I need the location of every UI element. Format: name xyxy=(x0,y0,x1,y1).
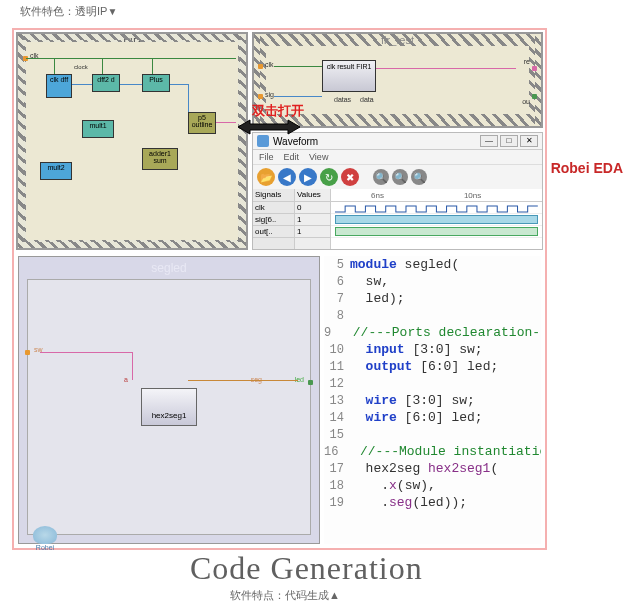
block-mult2[interactable]: mult2 xyxy=(40,162,72,180)
code-text: sw, xyxy=(350,274,389,289)
brand-label: Robei EDA xyxy=(551,160,623,176)
waveform-out xyxy=(331,226,542,238)
stop-button[interactable]: ✖ xyxy=(341,168,359,186)
menu-edit[interactable]: Edit xyxy=(284,152,300,162)
waveform-grid[interactable]: Signals clk sig[6.. out[.. Values 0 1 1 … xyxy=(253,189,542,249)
maximize-button[interactable]: □ xyxy=(500,135,518,147)
code-text: //---Module instantiation--- xyxy=(344,444,541,459)
segled-canvas[interactable]: sw a hex2seg1 seg led xyxy=(27,279,311,535)
port-dot[interactable] xyxy=(25,350,30,355)
line-number: 10 xyxy=(324,343,350,357)
fir-canvas[interactable]: clk clk dff clock dff2 d Plus mult1 mult… xyxy=(26,42,238,240)
code-text: wire [3:0] sw; xyxy=(350,393,475,408)
code-line[interactable]: 7 led); xyxy=(324,290,541,307)
port-dot[interactable] xyxy=(532,66,537,71)
port-a: a xyxy=(124,376,128,383)
block-p5[interactable]: p5 outline xyxy=(188,112,216,134)
code-line[interactable]: 17 hex2seg hex2seg1( xyxy=(324,460,541,477)
code-line[interactable]: 15 xyxy=(324,426,541,443)
block-fir1[interactable]: clk result FIR1 xyxy=(322,60,376,92)
port-dot[interactable] xyxy=(258,64,263,69)
code-line[interactable]: 12 xyxy=(324,375,541,392)
port-data: data xyxy=(360,96,374,103)
bottom-feature-label: 软件特点：代码生成▲ xyxy=(230,588,340,603)
main-screenshot-area: FIR clk clk dff clock dff2 d Plus mult1 … xyxy=(12,28,547,550)
port-dot[interactable] xyxy=(532,94,537,99)
waveform-title: Waveform xyxy=(273,136,318,147)
wire xyxy=(26,58,236,59)
wire xyxy=(216,122,236,123)
fir-design-panel[interactable]: FIR clk clk dff clock dff2 d Plus mult1 … xyxy=(16,32,248,250)
signal-value: 1 xyxy=(295,214,330,226)
signal-value: 0 xyxy=(295,202,330,214)
waveform-clk xyxy=(331,202,542,214)
close-button[interactable]: ✕ xyxy=(520,135,538,147)
values-header: Values xyxy=(295,189,330,202)
open-button[interactable]: 📂 xyxy=(257,168,275,186)
line-number: 19 xyxy=(324,496,350,510)
code-line[interactable]: 6 sw, xyxy=(324,273,541,290)
block-adder1[interactable]: adder1 sum xyxy=(142,148,178,170)
block-clk-dff[interactable]: clk dff xyxy=(46,74,72,98)
port-datas: datas xyxy=(334,96,351,103)
block-hex2seg1[interactable]: hex2seg1 xyxy=(141,388,197,426)
line-number: 15 xyxy=(324,428,350,442)
zoom-fit-button[interactable]: 🔍 xyxy=(411,169,427,185)
block-plus[interactable]: Plus xyxy=(142,74,170,92)
signal-name[interactable]: sig[6.. xyxy=(253,214,294,226)
reload-button[interactable]: ↻ xyxy=(320,168,338,186)
waveform-window[interactable]: Waveform — □ ✕ File Edit View 📂 ◀ ▶ xyxy=(252,132,543,250)
code-text: .x(sw), xyxy=(350,478,436,493)
line-number: 18 xyxy=(324,479,350,493)
double-click-label: 双击打开 xyxy=(252,102,304,120)
code-line[interactable]: 5module segled( xyxy=(324,256,541,273)
signal-name[interactable]: clk xyxy=(253,202,294,214)
minimize-button[interactable]: — xyxy=(480,135,498,147)
menu-file[interactable]: File xyxy=(259,152,274,162)
code-line[interactable]: 14 wire [6:0] led; xyxy=(324,409,541,426)
clock-label: clock xyxy=(74,64,88,70)
code-text: led); xyxy=(350,291,405,306)
code-text: input [3:0] sw; xyxy=(350,342,483,357)
port-out: ou xyxy=(522,98,530,105)
fir-test-title: fir_test xyxy=(254,34,541,46)
wire xyxy=(152,58,153,74)
code-panel[interactable]: 5module segled(6 sw,7 led);89 //---Ports… xyxy=(324,256,541,544)
zoom-in-button[interactable]: 🔍 xyxy=(373,169,389,185)
wire xyxy=(132,352,133,380)
code-line[interactable]: 18 .x(sw), xyxy=(324,477,541,494)
line-number: 17 xyxy=(324,462,350,476)
port-sig: sig xyxy=(265,91,274,98)
code-line[interactable]: 8 xyxy=(324,307,541,324)
line-number: 6 xyxy=(324,275,350,289)
code-line[interactable]: 13 wire [3:0] sw; xyxy=(324,392,541,409)
wire xyxy=(274,96,322,97)
wire xyxy=(72,84,92,85)
signal-name[interactable]: out[.. xyxy=(253,226,294,238)
line-number: 13 xyxy=(324,394,350,408)
line-number: 11 xyxy=(324,360,350,374)
wire xyxy=(376,68,516,69)
zoom-out-button[interactable]: 🔍 xyxy=(392,169,408,185)
code-line[interactable]: 16 //---Module instantiation--- xyxy=(324,443,541,460)
dropdown-arrow-icon: ▼ xyxy=(107,6,117,17)
code-line[interactable]: 11 output [6:0] led; xyxy=(324,358,541,375)
line-number: 9 xyxy=(324,326,337,340)
port-dot[interactable] xyxy=(258,94,263,99)
segled-design-panel[interactable]: segled sw a hex2seg1 seg led xyxy=(18,256,320,544)
block-dff2[interactable]: dff2 d xyxy=(92,74,120,92)
top-feature-label: 软件特色：透明IP▼ xyxy=(20,4,117,19)
code-line[interactable]: 10 input [3:0] sw; xyxy=(324,341,541,358)
code-line[interactable]: 19 .seg(led)); xyxy=(324,494,541,511)
code-line[interactable]: 9 //---Ports declearation--- xyxy=(324,324,541,341)
wire xyxy=(170,84,188,85)
line-number: 8 xyxy=(324,309,350,323)
menu-view[interactable]: View xyxy=(309,152,328,162)
block-mult1[interactable]: mult1 xyxy=(82,120,114,138)
nav-prev-button[interactable]: ◀ xyxy=(278,168,296,186)
nav-next-button[interactable]: ▶ xyxy=(299,168,317,186)
port-dot[interactable] xyxy=(308,380,313,385)
signal-value: 1 xyxy=(295,226,330,238)
code-text: //---Ports declearation--- xyxy=(337,325,541,340)
code-text: output [6:0] led; xyxy=(350,359,498,374)
